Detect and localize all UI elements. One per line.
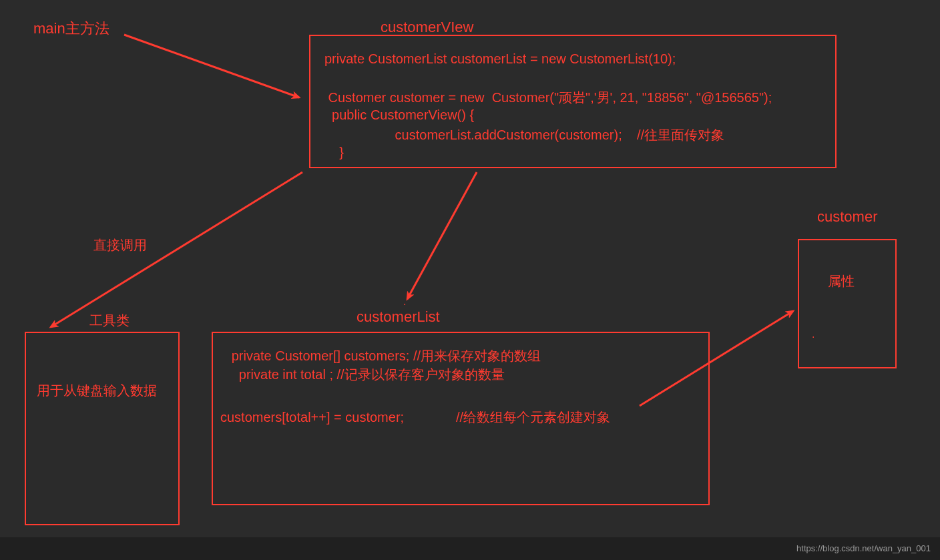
arrow-view-to-util [51,172,302,327]
dot-icon: . [812,328,814,340]
cv-line-2: Customer customer = new Customer("顽岩",'男… [324,89,772,107]
util-box [25,332,180,525]
cv-line-1: private CustomerList customerList = new … [324,51,676,67]
util-label: 工具类 [89,312,130,330]
diagram-canvas: { "labels": { "main": "main主方法", "custom… [0,0,940,560]
customer-box [798,239,897,368]
cv-line-5: } [324,145,344,160]
util-body-text: 用于从键盘输入数据 [37,382,157,400]
arrow-main-to-view [124,35,299,97]
cl-line-2: private int total ; //记录以保存客户对象的数量 [220,366,505,384]
customer-label: customer [817,208,877,226]
direct-call-label: 直接调用 [93,236,147,254]
cl-line-3: customers[total++] = customer; //给数组每个元素… [220,408,610,427]
cl-line-1: private Customer[] customers; //用来保存对象的数… [220,347,541,365]
footer-strip [0,537,940,560]
attr-text: 属性 [828,272,855,290]
cv-line-4: customerList.addCustomer(customer); //往里… [324,126,724,144]
arrow-view-to-list [407,172,477,299]
customer-view-label: customerVIew [381,19,473,36]
cv-line-3: public CustomerView() { [324,107,474,123]
arrow-dot-icon: . [403,296,406,308]
customer-list-label: customerList [357,308,440,326]
main-label: main主方法 [33,19,109,39]
